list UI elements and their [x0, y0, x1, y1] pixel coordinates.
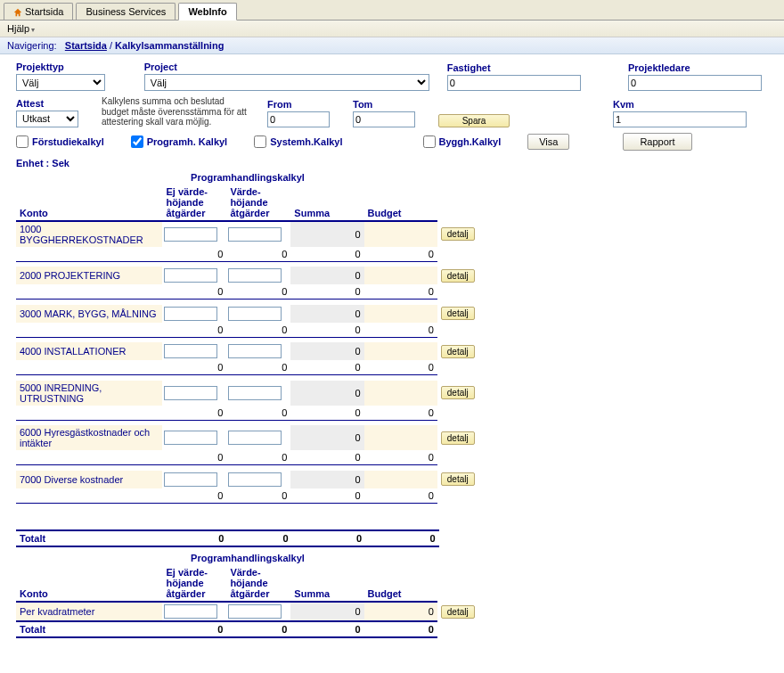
varde-input[interactable]: [228, 386, 282, 400]
forstudie-label: Förstudiekalkyl: [32, 136, 104, 147]
breadcrumb-current: Kalkylsammanställning: [115, 40, 224, 51]
varde-input[interactable]: [228, 307, 282, 321]
programh-label: Programh. Kalkyl: [147, 136, 227, 147]
rapport-button[interactable]: Rapport: [623, 133, 691, 151]
col-konto: Konto: [16, 185, 162, 221]
ej-input[interactable]: [164, 431, 217, 445]
detail-button[interactable]: detalj: [441, 307, 475, 320]
konto-label: 7000 Diverse kostnader: [20, 474, 123, 485]
section-title: Programhandlingskalkyl: [16, 172, 479, 183]
forstudie-check[interactable]: Förstudiekalkyl: [16, 135, 104, 148]
tom-input[interactable]: [353, 111, 415, 127]
tab-business-services[interactable]: Business Services: [76, 3, 176, 20]
breadcrumb-label: Navigering:: [7, 40, 57, 51]
attest-label: Attest: [16, 98, 87, 109]
section-title-2: Programhandlingskalkyl: [16, 553, 479, 563]
table-row: 3000 MARK, BYGG, MÅLNING0detalj: [16, 305, 479, 323]
kvm-label: Kvm: [613, 99, 755, 110]
konto-label: 2000 PROJEKTERING: [20, 270, 120, 281]
col-varde: Värde-höjande åtgärder: [226, 185, 290, 221]
visa-button[interactable]: Visa: [527, 134, 569, 150]
kvm-input[interactable]: [613, 111, 747, 127]
konto-label: 4000 INSTALLATIONER: [20, 346, 126, 357]
konto-label: 5000 INREDNING, UTRUSTNING: [20, 382, 102, 404]
projektledare-input[interactable]: [628, 75, 762, 91]
attest-select[interactable]: Utkast: [16, 111, 78, 127]
tab-startsida[interactable]: Startsida: [4, 3, 73, 20]
detail-button[interactable]: detalj: [441, 269, 475, 283]
projektledare-label: Projektledare: [628, 62, 768, 73]
detail-button[interactable]: detalj: [441, 472, 475, 486]
ej-input[interactable]: [164, 344, 217, 358]
unit-label: Enhet : Sek: [16, 158, 768, 168]
varde-input[interactable]: [228, 431, 282, 445]
help-bar: Hjälp▾: [0, 21, 784, 37]
konto-label: 6000 Hyresgästkostnader och intäkter: [20, 427, 150, 448]
detail-button[interactable]: detalj: [441, 431, 475, 445]
from-label: From: [267, 99, 339, 110]
col-ej: Ej värde-höjande åtgärder: [162, 185, 226, 221]
systemh-label: Systemh.Kalkyl: [270, 136, 342, 147]
ej-input[interactable]: [164, 227, 217, 242]
col-budget: Budget: [364, 185, 437, 221]
spara-button[interactable]: Spara: [438, 114, 510, 127]
breadcrumb: Navigering: Startsida / Kalkylsammanstäl…: [0, 37, 784, 54]
perkvm-varde-input[interactable]: [228, 604, 282, 619]
konto-label: 1000 BYGGHERREKOSTNADER: [20, 224, 143, 245]
ej-input[interactable]: [164, 472, 217, 487]
project-select[interactable]: Välj: [144, 74, 429, 91]
table-row: 4000 INSTALLATIONER0detalj: [16, 342, 479, 360]
table-row: 6000 Hyresgästkostnader och intäkter0det…: [16, 425, 479, 450]
fastighet-label: Fastighet: [447, 62, 587, 73]
col-varde: Värde-höjande åtgärder: [226, 565, 290, 602]
table-row: 5000 INREDNING, UTRUSTNING0detalj: [16, 381, 479, 406]
tab-webinfo[interactable]: WebInfo: [178, 3, 236, 21]
breadcrumb-startsida[interactable]: Startsida: [65, 40, 107, 51]
varde-input[interactable]: [228, 472, 282, 487]
table-row: 1000 BYGGHERREKOSTNADER0detalj: [16, 221, 479, 247]
project-label: Project: [144, 62, 433, 72]
total-row-2: Totalt 0 0 0 0: [16, 621, 479, 637]
byggh-label: Byggh.Kalkyl: [439, 136, 502, 147]
chevron-down-icon: ▾: [31, 26, 35, 34]
detail-button[interactable]: detalj: [441, 345, 475, 358]
table-row: 2000 PROJEKTERING0detalj: [16, 267, 479, 284]
fastighet-input[interactable]: [447, 75, 581, 91]
from-input[interactable]: [267, 111, 330, 127]
perkvm-ej-input[interactable]: [164, 604, 217, 619]
ej-input[interactable]: [164, 268, 217, 283]
varde-input[interactable]: [228, 268, 282, 283]
detail-button[interactable]: detalj: [441, 386, 475, 399]
col-konto: Konto: [16, 565, 162, 602]
tab-label: Startsida: [25, 6, 63, 17]
varde-input[interactable]: [228, 344, 282, 358]
home-icon: [13, 8, 22, 17]
detail-button[interactable]: detalj: [441, 605, 475, 619]
byggh-check[interactable]: Byggh.Kalkyl: [423, 135, 502, 148]
projekttyp-select[interactable]: Välj: [16, 74, 105, 91]
varde-input[interactable]: [228, 227, 282, 242]
col-budget: Budget: [364, 565, 437, 602]
perkvm-row: Per kvadratmeter 0 0 detalj: [16, 602, 479, 621]
col-summa: Summa: [290, 565, 363, 602]
help-label: Hjälp: [7, 23, 29, 34]
programh-check[interactable]: Programh. Kalkyl: [131, 135, 227, 148]
konto-label: 3000 MARK, BYGG, MÅLNING: [20, 308, 156, 319]
attest-hint: Kalkylens summa och beslutad budget måst…: [102, 96, 253, 127]
col-ej: Ej värde-höjande åtgärder: [162, 565, 226, 602]
projekttyp-label: Projekttyp: [16, 62, 130, 72]
subtotal-row: 0000: [16, 406, 479, 421]
total-row: Totalt 0 0 0 0: [16, 530, 479, 546]
subtotal-row: 0000: [16, 284, 479, 300]
ej-input[interactable]: [164, 307, 217, 321]
subtotal-row: 0000: [16, 247, 479, 262]
help-menu[interactable]: Hjälp▾: [7, 23, 35, 34]
ej-input[interactable]: [164, 386, 217, 400]
subtotal-row: 0000: [16, 360, 479, 375]
tom-label: Tom: [353, 99, 424, 110]
subtotal-row: 0000: [16, 323, 479, 338]
systemh-check[interactable]: Systemh.Kalkyl: [254, 135, 342, 148]
subtotal-row: 0000: [16, 450, 479, 465]
col-summa: Summa: [290, 185, 363, 221]
detail-button[interactable]: detalj: [441, 227, 475, 241]
